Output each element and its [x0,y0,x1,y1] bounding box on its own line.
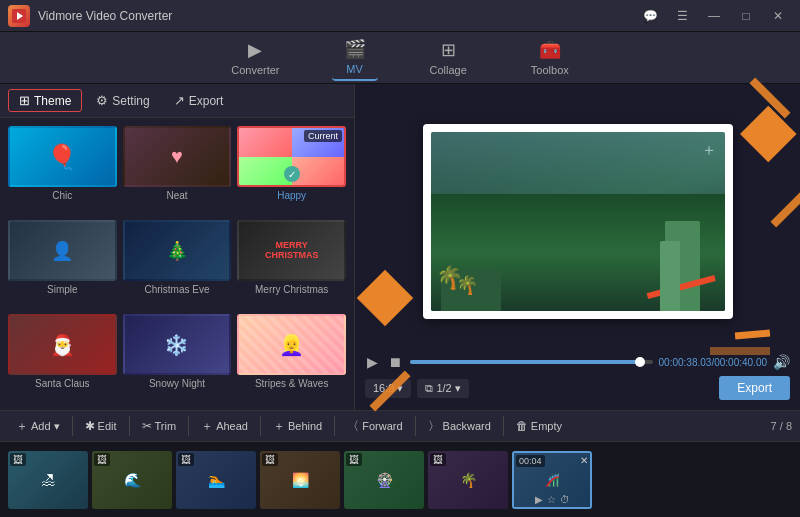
timeline-clip-7[interactable]: 🎢 00:04 ✕ ▶ ☆ ⏱ [512,451,592,509]
clip-close-7[interactable]: ✕ [580,455,588,466]
tab-export[interactable]: ↗ Export [164,90,234,111]
theme-snowy-night[interactable]: ❄️ Snowy Night [123,314,232,402]
fraction-button[interactable]: ⧉ 1/2 ▾ [417,379,468,398]
add-label: Add [31,420,51,432]
window-controls: 💬 ☰ — □ ✕ [636,5,792,27]
theme-merry-christmas[interactable]: MERRYCHRISTMAS Merry Christmas [237,220,346,308]
toolbox-icon: 🧰 [539,39,561,61]
timeline-clip-3[interactable]: 🏊 🖼 [176,451,256,509]
video-inner: ＋ 🌴 🌴 [431,132,725,311]
timeline-clip-2[interactable]: 🌊 🖼 [92,451,172,509]
tab-theme[interactable]: ⊞ Theme [8,89,82,112]
left-toolbar: ⊞ Theme ⚙ Setting ↗ Export [0,84,354,118]
stop-button[interactable]: ⏹ [386,352,404,372]
sep2 [129,416,130,436]
empty-icon: 🗑 [516,419,528,433]
menu-button[interactable]: ☰ [668,5,696,27]
theme-neat[interactable]: ♥ Neat [123,126,232,214]
theme-happy-label: Happy [277,190,306,201]
nav-collage[interactable]: ⊞ Collage [418,35,479,80]
sep5 [334,416,335,436]
forward-button[interactable]: 〈 Forward [339,415,410,438]
export-button[interactable]: Export [719,376,790,400]
forward-icon: 〈 [347,418,359,435]
current-label: Current [304,130,342,142]
theme-stripes-waves[interactable]: 👱‍♀️ Stripes & Waves [237,314,346,402]
clip-clock-icon[interactable]: ⏱ [560,494,570,505]
play-button[interactable]: ▶ [365,352,380,372]
app-logo [8,5,30,27]
mv-icon: 🎬 [344,38,366,60]
close-button[interactable]: ✕ [764,5,792,27]
right-panel: ＋ 🌴 🌴 ▶ ⏹ [355,84,800,410]
add-icon: ＋ [16,418,28,435]
behind-button[interactable]: ＋ Behind [265,415,330,438]
theme-stripes-waves-label: Stripes & Waves [255,378,329,389]
timeline-clip-5[interactable]: 🎡 🖼 [344,451,424,509]
behind-icon: ＋ [273,418,285,435]
timeline-clip-6[interactable]: 🌴 🖼 [428,451,508,509]
nav-mv[interactable]: 🎬 MV [332,34,378,81]
ahead-label: Ahead [216,420,248,432]
theme-simple[interactable]: 👤 Simple [8,220,117,308]
nav-toolbox[interactable]: 🧰 Toolbox [519,35,581,80]
volume-icon[interactable]: 🔊 [773,354,790,370]
backward-icon: 〉 [428,418,440,435]
ahead-button[interactable]: ＋ Ahead [193,415,256,438]
page-counter: 7 / 8 [771,420,792,432]
theme-neat-label: Neat [166,190,187,201]
minimize-button[interactable]: — [700,5,728,27]
orange-tag-br [735,329,770,339]
nav-converter-label: Converter [231,64,279,76]
theme-happy[interactable]: Current ✓ Happy [237,126,346,214]
chat-button[interactable]: 💬 [636,5,664,27]
setting-tab-icon: ⚙ [96,93,108,108]
timeline-clip-1[interactable]: 🏖 🖼 [8,451,88,509]
tab-setting[interactable]: ⚙ Setting [86,90,159,111]
theme-santa-claus-label: Santa Claus [35,378,89,389]
theme-merry-christmas-label: Merry Christmas [255,284,328,295]
video-preview-wrapper: ＋ 🌴 🌴 [365,94,790,348]
nav-converter[interactable]: ▶ Converter [219,35,291,80]
backward-button[interactable]: 〉 Backward [420,415,499,438]
behind-label: Behind [288,420,322,432]
time-display: 00:00:38.03/00:00:40.00 [659,357,767,368]
clip-icon-5: 🖼 [346,453,362,466]
nav-collage-label: Collage [430,64,467,76]
title-bar: Vidmore Video Converter 💬 ☰ — □ ✕ [0,0,800,32]
clip-icon-3: 🖼 [178,453,194,466]
fraction-chevron: ▾ [455,382,461,395]
orange-tag-tr [740,106,797,163]
progress-bar[interactable] [410,360,653,364]
theme-chic[interactable]: 🎈 Chic [8,126,117,214]
theme-christmas-eve[interactable]: 🎄 Christmas Eve [123,220,232,308]
clip-icon-4: 🖼 [262,453,278,466]
collage-icon: ⊞ [441,39,456,61]
clip-icon-6: 🖼 [430,453,446,466]
app-title: Vidmore Video Converter [38,9,636,23]
nav-toolbox-label: Toolbox [531,64,569,76]
video-frame: ＋ 🌴 🌴 [423,124,733,319]
maximize-button[interactable]: □ [732,5,760,27]
theme-santa-claus[interactable]: 🎅 Santa Claus [8,314,117,402]
clip-play-icon[interactable]: ▶ [535,494,543,505]
empty-button[interactable]: 🗑 Empty [508,416,570,436]
trim-button[interactable]: ✂ Trim [134,416,185,436]
left-panel: ⊞ Theme ⚙ Setting ↗ Export 🎈 Chic [0,84,355,410]
clip-time-7: 00:04 [516,455,545,467]
edit-button[interactable]: ✱ Edit [77,416,125,436]
top-nav: ▶ Converter 🎬 MV ⊞ Collage 🧰 Toolbox [0,32,800,84]
nav-mv-label: MV [346,63,363,75]
converter-icon: ▶ [248,39,262,61]
timeline-clip-4[interactable]: 🌅 🖼 [260,451,340,509]
fraction-label: 1/2 [436,382,451,394]
timeline: 🏖 🖼 🌊 🖼 🏊 🖼 🌅 🖼 🎡 🖼 🌴 🖼 🎢 [0,442,800,517]
edit-icon: ✱ [85,419,95,433]
add-dropdown-icon: ▾ [54,420,60,433]
tab-export-label: Export [189,94,224,108]
add-button[interactable]: ＋ Add ▾ [8,415,68,438]
sep7 [503,416,504,436]
clip-star-icon[interactable]: ☆ [547,494,556,505]
theme-snowy-night-label: Snowy Night [149,378,205,389]
orange-tag-bl [357,270,414,327]
